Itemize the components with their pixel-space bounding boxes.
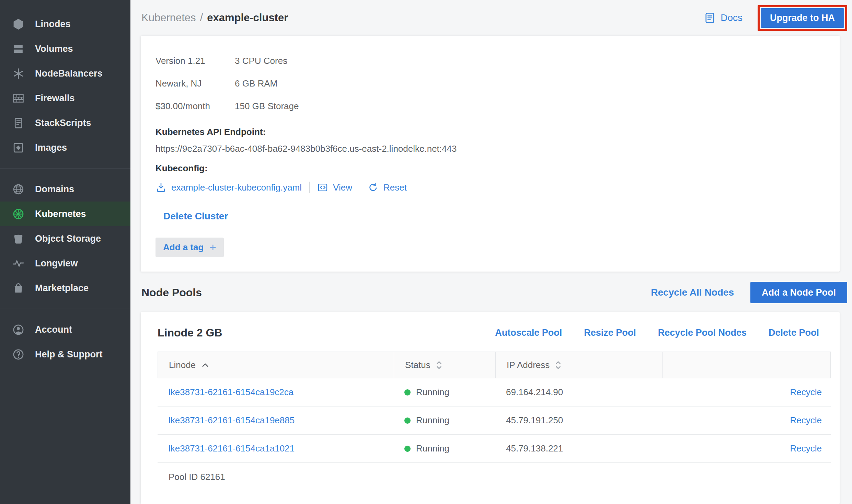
plus-icon: + (209, 241, 216, 254)
add-tag-label: Add a tag (163, 242, 204, 253)
pulse-icon (12, 257, 25, 270)
status-label: Running (416, 415, 449, 426)
add-tag-button[interactable]: Add a tag + (156, 238, 224, 257)
sidebar-item-volumes[interactable]: Volumes (0, 36, 130, 61)
sidebar-item-kubernetes[interactable]: Kubernetes (0, 202, 130, 226)
pool-action-links: Autoscale Pool Resize Pool Recycle Pool … (495, 328, 819, 338)
kubeconfig-view-link[interactable]: View (317, 182, 352, 193)
spec-row: $30.00/month 150 GB Storage (156, 95, 823, 117)
cluster-price: $30.00/month (156, 101, 235, 112)
question-icon (12, 348, 25, 361)
pool-header: Linode 2 GB Autoscale Pool Resize Pool R… (158, 327, 831, 339)
status-dot-running (404, 389, 411, 396)
kubeconfig-filename: example-cluster-kubeconfig.yaml (171, 182, 302, 193)
kubeconfig-label: Kubeconfig: (156, 163, 823, 174)
vertical-divider (309, 182, 310, 193)
sidebar-item-stackscripts[interactable]: StackScripts (0, 111, 130, 135)
node-ip: 45.79.191.250 (495, 415, 662, 426)
stackscripts-icon (12, 117, 25, 129)
kubeconfig-download-link[interactable]: example-cluster-kubeconfig.yaml (156, 182, 302, 193)
column-header-linode[interactable]: Linode (158, 352, 394, 378)
breadcrumb-separator: / (200, 12, 203, 24)
sidebar-item-nodebalancers[interactable]: NodeBalancers (0, 61, 130, 86)
recycle-pool-nodes-link[interactable]: Recycle Pool Nodes (658, 328, 747, 338)
node-pool-card: Linode 2 GB Autoscale Pool Resize Pool R… (141, 312, 840, 504)
pool-name: Linode 2 GB (158, 327, 222, 339)
breadcrumb: Kubernetes / example-cluster (141, 12, 288, 24)
nodebalancers-icon (12, 67, 25, 80)
sidebar-item-domains[interactable]: Domains (0, 177, 130, 202)
column-header-actions (662, 352, 830, 378)
autoscale-pool-link[interactable]: Autoscale Pool (495, 328, 562, 338)
recycle-node-link[interactable]: Recycle (790, 415, 822, 426)
sidebar-item-label: Domains (35, 184, 74, 195)
annotation-highlight-box: Upgrade to HA (758, 5, 847, 31)
node-status: Running (393, 443, 495, 454)
status-dot-running (404, 446, 411, 452)
cluster-version: Version 1.21 (156, 56, 235, 66)
docs-link[interactable]: Docs (704, 12, 742, 24)
sidebar-item-account[interactable]: Account (0, 317, 130, 342)
node-link[interactable]: lke38731-62161-6154ca1a1021 (158, 443, 393, 454)
sort-asc-icon (201, 362, 209, 368)
sidebar-item-label: Object Storage (35, 233, 101, 244)
column-label: Linode (169, 360, 196, 370)
add-node-pool-button[interactable]: Add a Node Pool (750, 282, 847, 303)
delete-cluster-button[interactable]: Delete Cluster (163, 211, 228, 222)
linodes-cube-icon (12, 18, 25, 31)
sidebar-item-label: NodeBalancers (35, 68, 103, 79)
breadcrumb-current-cluster: example-cluster (207, 12, 288, 24)
nodes-table-header: Linode Status IP Address (158, 352, 831, 378)
breadcrumb-section[interactable]: Kubernetes (141, 12, 196, 24)
column-label: Status (405, 360, 430, 370)
recycle-node-link[interactable]: Recycle (790, 387, 822, 398)
cluster-summary-card: Version 1.21 3 CPU Cores Newark, NJ 6 GB… (141, 36, 840, 272)
sidebar-item-label: Marketplace (35, 283, 89, 294)
sidebar-item-marketplace[interactable]: Marketplace (0, 276, 130, 300)
sidebar-item-label: Kubernetes (35, 209, 86, 219)
sidebar-item-firewalls[interactable]: Firewalls (0, 86, 130, 111)
sidebar-divider (0, 309, 130, 309)
docs-icon (704, 12, 716, 24)
reset-icon (368, 182, 379, 193)
sidebar-item-object-storage[interactable]: Object Storage (0, 226, 130, 251)
code-view-icon (317, 182, 328, 193)
sidebar-item-label: Images (35, 142, 67, 153)
sidebar-item-linodes[interactable]: Linodes (0, 12, 130, 36)
sidebar-item-label: Firewalls (35, 93, 75, 104)
shopping-bag-icon (12, 282, 25, 295)
header-actions: Docs Upgrade to HA (704, 5, 847, 31)
volumes-icon (12, 43, 25, 55)
main-content: Kubernetes / example-cluster Docs Upgrad… (130, 0, 852, 504)
sidebar-item-label: Longview (35, 258, 78, 269)
kubeconfig-actions-row: example-cluster-kubeconfig.yaml View Res… (156, 181, 823, 194)
node-link[interactable]: lke38731-62161-6154ca19c2ca (158, 387, 393, 398)
column-header-status[interactable]: Status (394, 352, 495, 378)
node-link[interactable]: lke38731-62161-6154ca19e885 (158, 415, 393, 426)
sidebar-item-longview[interactable]: Longview (0, 251, 130, 276)
node-status: Running (393, 387, 495, 398)
status-label: Running (416, 443, 449, 454)
column-header-ip-address[interactable]: IP Address (495, 352, 662, 378)
resize-pool-link[interactable]: Resize Pool (584, 328, 636, 338)
sidebar-item-label: StackScripts (35, 118, 91, 128)
spec-row: Version 1.21 3 CPU Cores (156, 49, 823, 72)
nodes-table: Linode Status IP Address lke38731-62161-… (158, 352, 831, 491)
node-status: Running (393, 415, 495, 426)
upgrade-to-ha-button[interactable]: Upgrade to HA (761, 8, 844, 28)
sort-both-icon (436, 360, 442, 370)
kubeconfig-reset-link[interactable]: Reset (368, 182, 407, 193)
table-row: lke38731-62161-6154ca19c2ca Running 69.1… (158, 378, 831, 406)
recycle-node-link[interactable]: Recycle (790, 443, 822, 454)
delete-pool-link[interactable]: Delete Pool (769, 328, 819, 338)
api-endpoint-url: https://9e2a7307-b6ac-408f-ba62-9483b0b3… (156, 144, 823, 154)
recycle-all-nodes-link[interactable]: Recycle All Nodes (651, 287, 734, 298)
sidebar-item-help-support[interactable]: Help & Support (0, 342, 130, 367)
node-pools-header: Node Pools Recycle All Nodes Add a Node … (141, 282, 847, 303)
cluster-storage: 150 GB Storage (235, 101, 299, 112)
bucket-icon (12, 232, 25, 245)
view-label: View (333, 182, 352, 193)
sidebar-item-images[interactable]: Images (0, 135, 130, 160)
globe-icon (12, 183, 25, 196)
delete-cluster-row: Delete Cluster (156, 211, 823, 222)
